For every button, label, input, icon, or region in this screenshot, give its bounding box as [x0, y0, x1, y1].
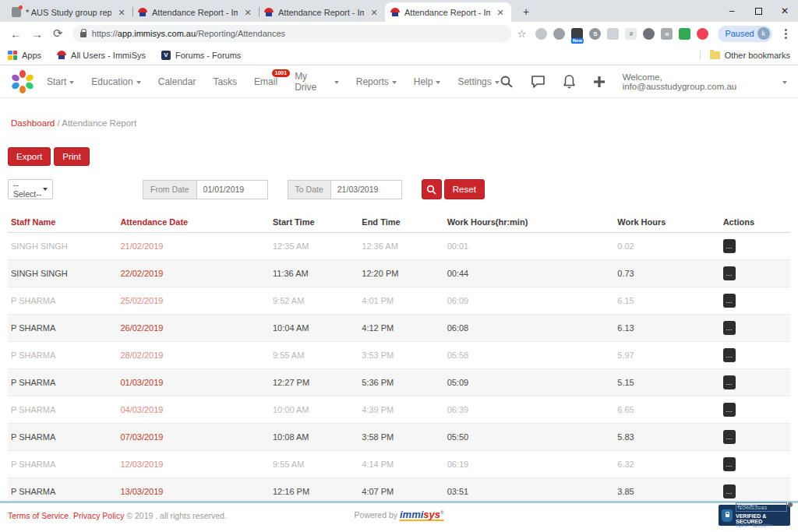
shield-lock-icon [722, 509, 733, 522]
chevron-down-icon [495, 81, 500, 84]
phone-green-extension-icon[interactable] [679, 28, 690, 40]
column-header-attendance-date[interactable]: Attendance Date [117, 212, 270, 233]
terms-link[interactable]: Terms of Service [8, 511, 69, 520]
nav-item-start[interactable]: Start [47, 76, 74, 87]
from-date-input[interactable] [196, 180, 268, 199]
print-button[interactable]: Print [54, 147, 90, 166]
breadcrumb-dashboard-link[interactable]: Dashboard [11, 118, 55, 128]
privacy-link[interactable]: Privacy Policy [73, 511, 124, 520]
browser-menu-icon[interactable] [779, 26, 792, 41]
to-date-input[interactable] [330, 180, 402, 199]
dark-new-extension-icon[interactable]: New [571, 28, 583, 40]
minimize-button[interactable]: – [719, 0, 745, 22]
new-tab-button[interactable]: + [516, 3, 536, 20]
row-actions-button[interactable] [723, 484, 736, 499]
staff-name-cell: P SHARMA [8, 451, 117, 478]
attendance-date-cell[interactable]: 26/02/2019 [117, 315, 270, 342]
bookmark-label: All Users - ImmiSys [71, 51, 146, 60]
attendance-date-cell[interactable]: 07/03/2019 [117, 424, 270, 451]
row-actions-button[interactable] [723, 403, 736, 417]
refresh-button[interactable]: ⟳ [48, 23, 68, 44]
actions-cell [720, 369, 790, 396]
browser-tab-2[interactable]: Attendance Report - ImmiSys ✕ [132, 2, 259, 22]
gear-extension-icon[interactable] [643, 28, 655, 40]
nav-item-help[interactable]: Help [414, 76, 441, 87]
attendance-date-cell[interactable]: 21/02/2019 [117, 233, 270, 260]
bookmark-star-icon[interactable]: ☆ [517, 28, 527, 40]
verified-secured-badge[interactable]: STARFIELD TECHNOLOGIES VERIFIED & SECURE… [719, 505, 790, 526]
forward-button[interactable]: → [27, 23, 47, 44]
work-hours-hm-cell: 05:09 [444, 369, 615, 396]
nav-item-calendar[interactable]: Calendar [158, 76, 196, 87]
grid-extension-icon[interactable]: # [625, 28, 637, 40]
export-button[interactable]: Export [8, 147, 51, 166]
row-actions-button[interactable] [723, 294, 736, 308]
attendance-date-cell[interactable]: 04/03/2019 [117, 396, 270, 424]
nav-item-education[interactable]: Education [91, 76, 140, 87]
table-row: P SHARMA12/03/20199:55 AM4:14 PM06:196.3… [8, 451, 790, 478]
sphere-extension-icon[interactable] [535, 28, 547, 40]
back-button[interactable]: ← [6, 23, 26, 44]
row-actions-button[interactable] [723, 430, 736, 444]
nav-item-tasks[interactable]: Tasks [213, 76, 237, 87]
browser-tab-1[interactable]: * AUS Study group reporting tha ✕ [6, 2, 132, 22]
actions-cell [720, 396, 790, 424]
document-extension-icon[interactable] [607, 28, 619, 40]
reset-button[interactable]: Reset [444, 179, 485, 199]
nav-item-label: Tasks [213, 76, 237, 87]
row-actions-button[interactable] [723, 348, 736, 362]
chat-icon[interactable] [531, 75, 546, 89]
start-time-cell: 10:04 AM [270, 315, 358, 342]
bookmark-forums[interactable]: V Forums - Forums [161, 51, 241, 60]
add-plus-icon[interactable] [593, 76, 606, 88]
work-hours-hm-cell: 06:09 [444, 287, 615, 315]
bookmark-label: Forums - Forums [175, 51, 241, 60]
row-actions-button[interactable] [723, 457, 736, 471]
restore-button[interactable] [745, 0, 772, 22]
nav-item-reports[interactable]: Reports [356, 76, 397, 87]
staff-name-cell: P SHARMA [8, 396, 117, 424]
notifications-bell-icon[interactable] [563, 74, 576, 89]
tab-close-icon[interactable]: ✕ [242, 7, 253, 18]
column-header-staff-name[interactable]: Staff Name [8, 212, 117, 233]
browser-tab-4-active[interactable]: Attendance Report - ImmiSys ✕ [385, 2, 511, 22]
search-icon[interactable] [500, 75, 514, 89]
end-time-cell: 4:39 PM [358, 396, 443, 424]
row-actions-button[interactable] [723, 375, 736, 389]
chevron-down-icon [392, 81, 397, 84]
profile-pill[interactable]: Paused k [718, 26, 772, 42]
address-bar[interactable]: https://app.immisys.com.au/Reporting/Att… [72, 25, 511, 42]
attendance-date-cell[interactable]: 12/03/2019 [117, 451, 270, 478]
staff-select-dropdown[interactable]: --Select-- [8, 179, 53, 199]
tab-close-icon[interactable]: ✕ [369, 7, 380, 18]
account-menu[interactable]: Welcome, info@ausstudygroup.com.au [623, 72, 787, 91]
breadcrumb-separator: / [57, 118, 59, 128]
tab-title: * AUS Study group reporting tha [26, 8, 111, 17]
pocket-extension-icon[interactable] [697, 28, 708, 40]
attendance-date-cell[interactable]: 28/02/2019 [117, 342, 270, 369]
attendance-date-cell[interactable]: 22/02/2019 [117, 260, 270, 287]
bookmark-apps[interactable]: Apps [8, 51, 41, 60]
attendance-date-cell[interactable]: 25/02/2019 [117, 287, 270, 315]
close-window-button[interactable]: ✕ [772, 0, 798, 22]
nav-item-my-drive[interactable]: My Drive [295, 71, 339, 93]
bookmark-all-users[interactable]: All Users - ImmiSys [57, 51, 146, 60]
tab-close-icon[interactable]: ✕ [495, 7, 506, 18]
skype-extension-icon[interactable]: S [589, 28, 601, 40]
row-actions-button[interactable] [723, 239, 736, 253]
site-logo[interactable] [11, 70, 34, 93]
recycle-extension-icon[interactable] [553, 28, 565, 40]
row-actions-button[interactable] [723, 321, 736, 335]
search-button[interactable] [422, 179, 442, 199]
bookmark-label: Apps [22, 51, 41, 60]
start-time-cell: 10:00 AM [270, 396, 358, 424]
other-bookmarks[interactable]: Other bookmarks [700, 51, 790, 60]
nav-item-email[interactable]: Email1001 [254, 76, 277, 87]
nav-item-settings[interactable]: Settings [457, 76, 499, 87]
attendance-date-cell[interactable]: 01/03/2019 [117, 369, 270, 396]
row-actions-button[interactable] [723, 266, 736, 280]
breadcrumb-current: Attendance Report [62, 118, 136, 128]
browser-tab-3[interactable]: Attendance Report - ImmiSys ✕ [259, 2, 385, 22]
tab-close-icon[interactable]: ✕ [116, 7, 127, 18]
camera-extension-icon[interactable]: o [661, 28, 673, 40]
